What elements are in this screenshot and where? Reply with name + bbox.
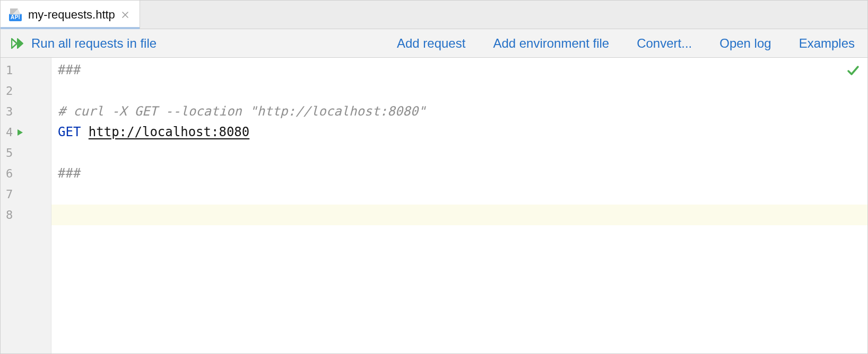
code-line: ### bbox=[51, 163, 867, 184]
code-line bbox=[51, 184, 867, 205]
toolbar-links: Add request Add environment file Convert… bbox=[397, 36, 855, 51]
http-client-panel: API my-requests.http Run all requests in… bbox=[0, 0, 868, 354]
add-environment-file-link[interactable]: Add environment file bbox=[493, 36, 609, 51]
gutter-row: 2 bbox=[1, 81, 51, 101]
gutter-row: 8 bbox=[1, 205, 51, 225]
checkmark-icon[interactable] bbox=[846, 63, 860, 84]
add-request-link[interactable]: Add request bbox=[397, 36, 465, 51]
gutter-row: 5 bbox=[1, 143, 51, 163]
editor-tabbar: API my-requests.http bbox=[1, 1, 867, 29]
http-toolbar: Run all requests in file Add request Add… bbox=[1, 29, 867, 58]
code-area[interactable]: ### # curl -X GET --location "http://loc… bbox=[51, 58, 867, 353]
run-gutter-icon[interactable] bbox=[16, 128, 24, 137]
convert-link[interactable]: Convert... bbox=[637, 36, 692, 51]
code-line: # curl -X GET --location "http://localho… bbox=[51, 101, 867, 122]
close-icon[interactable] bbox=[120, 10, 130, 20]
code-line bbox=[51, 205, 867, 225]
open-log-link[interactable]: Open log bbox=[719, 36, 771, 51]
tab-filename: my-requests.http bbox=[28, 8, 115, 22]
gutter-row: 4 bbox=[1, 122, 51, 143]
http-file-icon: API bbox=[8, 8, 23, 21]
gutter-row: 3 bbox=[1, 101, 51, 122]
gutter-row: 7 bbox=[1, 184, 51, 205]
gutter: 1 2 3 4 5 6 7 8 bbox=[1, 58, 51, 353]
gutter-row: 6 bbox=[1, 163, 51, 184]
file-tab-my-requests[interactable]: API my-requests.http bbox=[1, 1, 140, 29]
run-all-icon bbox=[11, 37, 26, 50]
gutter-row: 1 bbox=[1, 60, 51, 81]
examples-link[interactable]: Examples bbox=[799, 36, 855, 51]
code-line: ### bbox=[51, 60, 867, 81]
run-all-requests-button[interactable]: Run all requests in file bbox=[11, 36, 157, 51]
code-line bbox=[51, 81, 867, 101]
code-editor[interactable]: 1 2 3 4 5 6 7 8 ### # curl -X GET --loca… bbox=[1, 58, 867, 353]
code-line: GET http://localhost:8080 bbox=[51, 122, 867, 143]
code-line bbox=[51, 143, 867, 163]
run-all-label: Run all requests in file bbox=[31, 36, 157, 51]
